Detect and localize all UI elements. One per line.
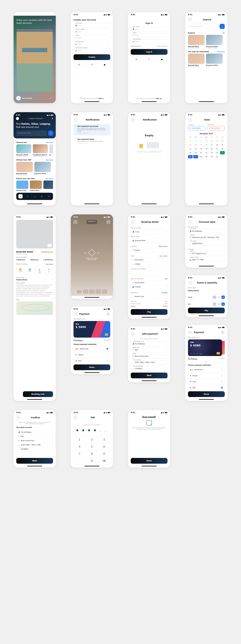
back-button[interactable]: ‹ xyxy=(188,220,192,224)
search-input[interactable]: Find the best Hotels xyxy=(16,130,47,136)
vr-thumbs[interactable] xyxy=(76,290,107,294)
back-button[interactable]: ‹ xyxy=(16,416,20,420)
pm-visa[interactable]: VVisa xyxy=(73,358,110,363)
done-button[interactable]: Done xyxy=(131,458,168,464)
email-field[interactable]: Email✉af****@gmail.com xyxy=(188,251,225,256)
get-started-button[interactable]: → Get Started ››› xyxy=(13,93,56,103)
hotel-card[interactable]: Fransisca Hotel📍Su xyxy=(206,54,223,67)
nav-home-icon[interactable]: ⌂ xyxy=(18,194,22,198)
location-input[interactable]: 📍Jakarta xyxy=(131,248,168,252)
back-button[interactable]: ‹ xyxy=(188,280,192,285)
card-pager[interactable]: ● ○ xyxy=(188,361,225,362)
back-button[interactable]: ‹ xyxy=(131,220,135,224)
hotel-card[interactable]: Ac xyxy=(49,144,53,157)
checkin-input[interactable]: 🗓25/12/2021 xyxy=(188,126,206,130)
add-button[interactable]: + xyxy=(221,330,225,334)
pay-button[interactable]: Pay xyxy=(188,308,225,313)
nav-clock-icon[interactable]: ◷ xyxy=(32,194,37,198)
back-button[interactable]: ‹ xyxy=(188,118,192,122)
pm-mastercard[interactable]: ●●Mastercard xyxy=(73,346,110,351)
adult-minus[interactable]: − xyxy=(213,296,216,299)
set-date-link[interactable]: Set a date xyxy=(160,255,168,257)
hotel-card[interactable]: Paname's Hotel📍 Jakarta, Indonesia xyxy=(16,144,31,157)
remember-checkbox[interactable]: ◉ Remember me xyxy=(131,46,141,47)
name-input[interactable]: Your name👤Input xyxy=(73,23,110,28)
hotel-card[interactable]: Casablanca Resort📍 Jakarta, Indonesia xyxy=(33,144,48,157)
hotel-card[interactable]: Emerald Hotel📍Jakarta, Indonesia xyxy=(188,54,205,67)
phone-input[interactable]: Phone number⌨Input xyxy=(73,30,110,34)
cardnum-input[interactable]: Card number▭1528 / 8941 / 7852 / 5796 xyxy=(131,360,168,364)
adult-plus[interactable]: + xyxy=(222,296,225,299)
noti-item[interactable]: ✓Your payment successed Your payment for… xyxy=(73,124,110,136)
pm-mastercard[interactable]: ●●Mastercard xyxy=(188,367,225,372)
email-input[interactable]: Email✉Input xyxy=(73,36,110,40)
google-button[interactable]: G xyxy=(131,57,142,62)
password2-input[interactable]: Set password again🔒Input xyxy=(73,48,110,52)
kid-minus[interactable]: − xyxy=(213,302,216,306)
create-button[interactable]: Create xyxy=(73,54,110,60)
password-input[interactable]: Set password🔒Input xyxy=(73,42,110,46)
password-input[interactable]: Set password🔒Input xyxy=(131,39,168,44)
pm-bca[interactable]: ◆BCA xyxy=(188,385,225,390)
google-button[interactable]: G xyxy=(73,62,85,67)
address-field[interactable]: Address📍Oklahoma city 201, Oklahoma, USA xyxy=(188,235,225,240)
done-button[interactable]: Done xyxy=(188,391,225,397)
see-more-link[interactable]: See more xyxy=(218,51,225,52)
bell-icon[interactable]: 🔔 xyxy=(52,118,53,119)
back-button[interactable]: ‹ xyxy=(188,330,192,334)
pm-paypal[interactable]: PPaypal xyxy=(188,373,225,378)
calendar[interactable]: SMTWTFS 2829301234 567891011 12131415161… xyxy=(188,136,225,158)
pay-button[interactable]: Pay xyxy=(131,309,168,315)
open-route-link[interactable]: Open route xyxy=(159,246,168,247)
vr-gyro[interactable]: ‹‹›› xyxy=(84,250,100,256)
gallery-icon[interactable] xyxy=(48,244,51,247)
noti-item[interactable]: ✕Your payment failed Your payment for ho… xyxy=(73,137,110,145)
room-type-select[interactable]: Family Room▾ xyxy=(188,288,225,294)
next-button[interactable]: Next xyxy=(16,458,53,464)
location-picker[interactable]: 📍 Jakarta, Indonesia ▾ xyxy=(28,118,43,119)
room-input[interactable]: 🛏Family Room👥2 Adults xyxy=(131,280,168,289)
pin-keypad[interactable]: 123 456 789 0⌫ xyxy=(73,436,110,464)
signin-link[interactable]: Already have an account? Sign in xyxy=(73,98,110,99)
tour-card[interactable]: Emerald Hotel📍 Jakarta, Indonesia xyxy=(16,162,33,176)
apple-button[interactable]: ● xyxy=(99,62,110,67)
bankcode-input[interactable]: Bank code#999 xyxy=(131,348,168,352)
debit-card[interactable]: GNN $ 4560 **** **** **** 1258 xyxy=(188,340,222,356)
hotel-input[interactable]: 🏨Emerald Hotel xyxy=(131,238,168,243)
name-input[interactable]: Your name👤Input xyxy=(131,27,168,31)
back-button[interactable]: ‹ xyxy=(131,332,135,336)
favorite-button[interactable]: ♡ xyxy=(16,391,21,396)
acctnum-input[interactable]: Account Number▭15789612 xyxy=(131,366,168,371)
next-button[interactable]: Next xyxy=(131,372,168,378)
room-type-picker[interactable]: Family Room▾ xyxy=(16,279,53,280)
id-field[interactable]: ID number▭18985703791 xyxy=(188,242,225,246)
bank-input[interactable]: Bank🏛Bank Central Asia xyxy=(131,354,168,358)
done-button[interactable]: Done xyxy=(73,364,110,370)
nav-compass-icon[interactable]: ✦ xyxy=(25,194,30,198)
place-card[interactable] xyxy=(43,180,53,191)
add-button[interactable]: + xyxy=(106,312,110,316)
search-button[interactable]: ⌕ xyxy=(220,24,225,29)
back-button[interactable]: ‹ xyxy=(131,118,135,122)
tour-card[interactable]: Fransisca Hotel📍 Su xyxy=(34,162,51,176)
next-card[interactable] xyxy=(222,341,225,354)
apple-button[interactable]: ● xyxy=(156,57,168,62)
checkin-out[interactable] xyxy=(131,271,168,275)
back-button[interactable]: ‹ xyxy=(73,118,78,122)
payment-input[interactable]: ▭Master Card xyxy=(131,294,168,299)
date-input[interactable]: 🗓25/12/2021◷2 Night xyxy=(131,258,168,266)
map[interactable] xyxy=(16,302,53,315)
avatar[interactable] xyxy=(16,117,19,120)
facebook-button[interactable]: f xyxy=(86,62,98,67)
name-field[interactable]: Full name👤Fini McMoalia xyxy=(188,229,225,234)
checkout-input[interactable]: 🗓27/12/2021 xyxy=(207,126,225,130)
hotel-card[interactable]: Emerald Hotel📍Jakarta, Indonesia xyxy=(188,35,205,48)
search-input[interactable]: Find the best Hotels xyxy=(188,24,219,29)
place-card[interactable]: Central Park xyxy=(30,180,42,191)
booking-button[interactable]: Booking now xyxy=(23,391,53,397)
cardholder-input[interactable]: Card holder name👤Fini McMoalia xyxy=(131,342,168,346)
see-more-link[interactable]: See more xyxy=(46,142,53,143)
place-card[interactable]: Senayan City xyxy=(16,180,28,191)
nav-mail-icon[interactable]: ✉ xyxy=(40,194,44,198)
next-month[interactable]: › xyxy=(215,133,216,134)
